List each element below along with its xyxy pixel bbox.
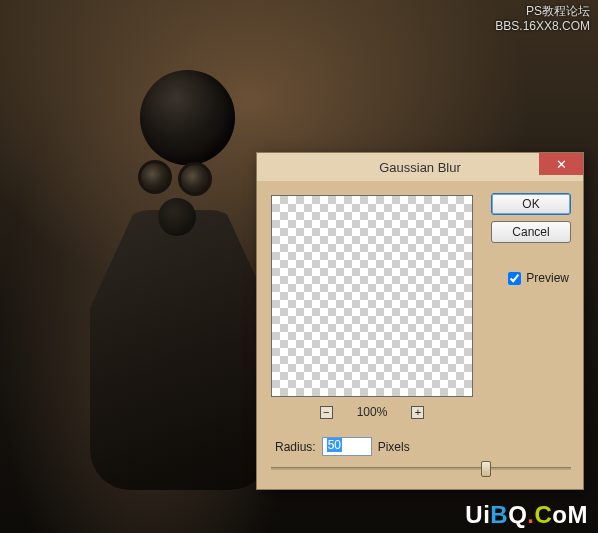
close-icon: ✕: [556, 157, 567, 172]
minus-icon: −: [323, 407, 329, 418]
watermark-bottom: UiBQ.CoM: [465, 501, 588, 529]
watermark-top-line1: PS教程论坛: [495, 4, 590, 19]
gaussian-blur-dialog: Gaussian Blur ✕ − 100% + OK Cancel: [256, 152, 584, 490]
radius-label: Radius:: [275, 440, 316, 454]
cancel-label: Cancel: [512, 225, 549, 239]
radius-row: Radius: 50 Pixels: [275, 437, 410, 456]
radius-value: 50: [327, 438, 342, 452]
slider-track: [271, 467, 571, 470]
radius-slider[interactable]: [271, 461, 571, 477]
dialog-body: − 100% + OK Cancel Preview Radius: 50 Pi…: [257, 181, 583, 489]
slider-thumb[interactable]: [481, 461, 491, 477]
preview-checkbox[interactable]: [508, 272, 521, 285]
zoom-level: 100%: [357, 405, 388, 419]
preview-checker: [272, 196, 472, 396]
plus-icon: +: [415, 407, 421, 418]
zoom-controls: − 100% +: [271, 403, 473, 421]
ok-button[interactable]: OK: [491, 193, 571, 215]
figure-body: [90, 210, 270, 490]
preview-frame[interactable]: [271, 195, 473, 397]
zoom-in-button[interactable]: +: [411, 406, 424, 419]
dialog-buttons: OK Cancel: [491, 193, 571, 243]
zoom-out-button[interactable]: −: [320, 406, 333, 419]
ok-label: OK: [522, 197, 539, 211]
preview-label: Preview: [526, 271, 569, 285]
dialog-titlebar[interactable]: Gaussian Blur ✕: [257, 153, 583, 181]
radius-unit: Pixels: [378, 440, 410, 454]
preview-checkbox-row[interactable]: Preview: [508, 271, 569, 285]
figure-helmet: [140, 70, 235, 165]
watermark-top: PS教程论坛 BBS.16XX8.COM: [495, 4, 590, 34]
watermark-top-line2: BBS.16XX8.COM: [495, 19, 590, 34]
cancel-button[interactable]: Cancel: [491, 221, 571, 243]
mask-lens-left: [138, 160, 172, 194]
mask-filter: [158, 198, 196, 236]
dialog-title: Gaussian Blur: [257, 160, 583, 175]
gasmask-figure: [60, 70, 270, 500]
close-button[interactable]: ✕: [539, 153, 583, 175]
radius-input[interactable]: 50: [322, 437, 372, 456]
mask-lens-right: [178, 162, 212, 196]
